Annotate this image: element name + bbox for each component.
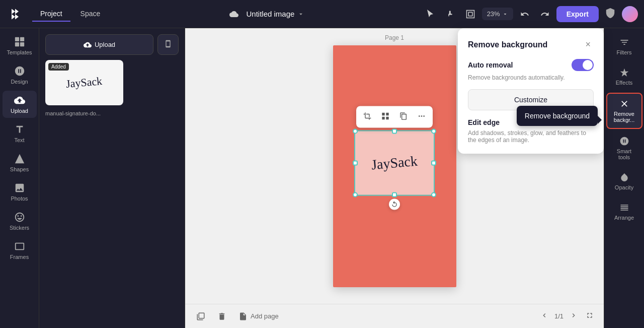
- add-page-label: Add page: [251, 312, 279, 320]
- rm-bg-header: Remove background ×: [468, 38, 594, 51]
- hand-tool-button[interactable]: [442, 7, 459, 22]
- right-item-effects[interactable]: Effects: [606, 62, 642, 91]
- svg-point-7: [421, 115, 423, 117]
- undo-button[interactable]: [516, 7, 533, 22]
- svg-rect-5: [20, 42, 24, 46]
- sidebar-item-upload[interactable]: Upload: [3, 91, 37, 118]
- upload-item-label: manual-signature-do...: [45, 110, 179, 116]
- add-page-button[interactable]: Add page: [235, 309, 282, 324]
- group-tool-button[interactable]: [377, 109, 393, 124]
- expand-button[interactable]: [584, 309, 596, 323]
- cloud-save-button[interactable]: [225, 7, 243, 22]
- right-label-smart-tools: Smart tools: [617, 148, 631, 160]
- zoom-value: 23%: [487, 10, 500, 18]
- remove-bg-panel: Remove background × Auto removal Remove …: [458, 28, 604, 154]
- upload-item[interactable]: JaySack Added: [45, 60, 123, 105]
- sidebar-item-stickers[interactable]: Stickers: [3, 208, 37, 235]
- topbar-tabs: Project Space: [32, 7, 108, 22]
- sidebar-label-shapes: Shapes: [10, 166, 29, 172]
- auto-removal-label: Auto removal: [468, 61, 513, 69]
- right-label-filters: Filters: [617, 49, 632, 55]
- sidebar-item-frames[interactable]: Frames: [3, 237, 37, 264]
- right-label-effects: Effects: [616, 80, 632, 86]
- page-info: 1/1: [554, 312, 564, 320]
- canvas-page[interactable]: JaySack: [333, 45, 456, 287]
- sidebar-label-design: Design: [11, 79, 28, 85]
- selected-element[interactable]: JaySack: [354, 130, 435, 195]
- delete-button[interactable]: [214, 309, 229, 324]
- topbar-tools: 23% Export: [422, 5, 638, 23]
- element-toolbar: [356, 106, 433, 127]
- sidebar-label-text: Text: [14, 137, 24, 143]
- crop-tool-button[interactable]: [359, 109, 375, 124]
- handle-top-right[interactable]: [431, 128, 436, 134]
- prev-page-button[interactable]: [538, 309, 550, 323]
- topbar: Project Space Untitled image 23%: [0, 0, 644, 28]
- sidebar-item-design[interactable]: Design: [3, 61, 37, 89]
- handle-bot-mid[interactable]: [392, 192, 397, 197]
- topbar-center: Untitled image: [112, 7, 417, 22]
- remove-bg-tooltip: Remove background: [517, 106, 598, 126]
- right-sidebar: Filters Effects Remove backgr... Smart t…: [604, 28, 644, 328]
- svg-point-6: [419, 115, 420, 117]
- redo-button[interactable]: [536, 7, 553, 22]
- sidebar-item-text[interactable]: Text: [3, 120, 37, 147]
- next-page-button[interactable]: [568, 309, 580, 323]
- rotate-handle[interactable]: [389, 199, 400, 210]
- more-tool-button[interactable]: [414, 109, 430, 124]
- panel-actions: Upload: [45, 34, 179, 55]
- logo-icon: [6, 5, 24, 23]
- doc-title-area[interactable]: Untitled image: [247, 10, 305, 18]
- sidebar-label-stickers: Stickers: [10, 225, 29, 231]
- right-item-opacity[interactable]: Opacity: [606, 167, 642, 195]
- svg-rect-2: [15, 37, 19, 41]
- tab-space[interactable]: Space: [72, 7, 109, 22]
- shield-button[interactable]: [602, 5, 619, 23]
- sidebar-label-photos: Photos: [11, 195, 28, 202]
- handle-bot-left[interactable]: [353, 192, 358, 197]
- right-item-smart-tools[interactable]: Smart tools: [606, 131, 642, 165]
- sidebar-item-shapes[interactable]: Shapes: [3, 149, 37, 176]
- svg-point-8: [423, 115, 425, 117]
- handle-mid-left[interactable]: [353, 160, 358, 165]
- svg-rect-0: [466, 10, 474, 18]
- copy-tool-button[interactable]: [395, 109, 412, 124]
- sidebar-item-templates[interactable]: Templates: [3, 32, 37, 59]
- export-button[interactable]: Export: [556, 6, 599, 22]
- auto-removal-desc: Remove backgrounds automatically.: [468, 74, 594, 81]
- svg-rect-4: [15, 42, 19, 46]
- tooltip-text: Remove background: [525, 112, 590, 120]
- handle-bot-right[interactable]: [431, 192, 436, 197]
- sidebar-label-upload: Upload: [11, 108, 28, 114]
- sidebar-label-templates: Templates: [7, 49, 32, 55]
- right-item-filters[interactable]: Filters: [606, 32, 642, 60]
- page-nav: 1/1: [538, 309, 596, 323]
- zoom-control[interactable]: 23%: [482, 8, 513, 20]
- rm-bg-title: Remove background: [468, 40, 547, 49]
- right-item-remove-bg[interactable]: Remove backgr...: [606, 93, 642, 129]
- frame-tool-button[interactable]: [462, 7, 479, 22]
- doc-title: Untitled image: [247, 10, 295, 18]
- right-label-opacity: Opacity: [615, 184, 633, 190]
- user-avatar[interactable]: [622, 6, 638, 22]
- auto-removal-row: Auto removal: [468, 59, 594, 71]
- select-tool-button[interactable]: [422, 7, 439, 22]
- rm-bg-close-button[interactable]: ×: [582, 38, 594, 51]
- mobile-button[interactable]: [157, 34, 179, 55]
- pages-button[interactable]: [193, 309, 208, 324]
- tab-project[interactable]: Project: [32, 7, 70, 22]
- auto-removal-toggle[interactable]: [572, 59, 594, 71]
- sidebar-item-photos[interactable]: Photos: [3, 178, 37, 206]
- right-item-arrange[interactable]: Arrange: [606, 198, 642, 226]
- upload-button[interactable]: Upload: [45, 34, 153, 55]
- handle-top-left[interactable]: [353, 128, 358, 134]
- right-label-remove-bg: Remove backgr...: [614, 111, 635, 123]
- svg-rect-1: [468, 12, 472, 16]
- signature-element[interactable]: JaySack: [371, 153, 418, 173]
- right-label-arrange: Arrange: [614, 215, 634, 221]
- sidebar-label-frames: Frames: [10, 254, 29, 260]
- handle-mid-right[interactable]: [431, 160, 436, 165]
- handle-top-mid[interactable]: [392, 128, 397, 134]
- page-label: Page 1: [385, 34, 404, 41]
- toggle-knob: [583, 60, 593, 70]
